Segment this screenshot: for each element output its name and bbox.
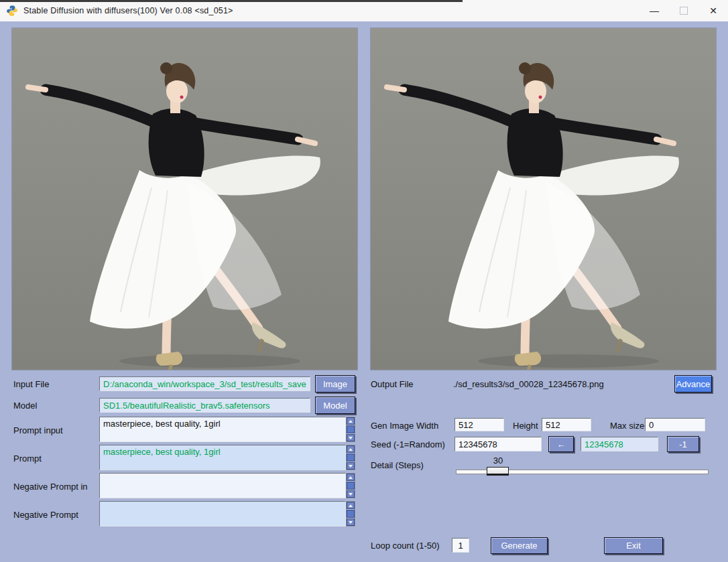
- scroll-up-icon[interactable]: [347, 417, 355, 425]
- generate-button[interactable]: Generate: [491, 537, 548, 554]
- prompt-input-textarea[interactable]: masterpiece, best quality, 1girl: [99, 417, 346, 442]
- app-window: Stable Diffusion with diffusers(100) Ver…: [0, 0, 728, 562]
- seed-label: Seed (-1=Random): [371, 439, 445, 449]
- model-button[interactable]: Model: [315, 397, 355, 414]
- seed-random-button[interactable]: -1: [667, 436, 699, 452]
- exit-button[interactable]: Exit: [604, 537, 663, 554]
- scrollbar-thumb[interactable]: [347, 453, 355, 462]
- height-label: Height: [513, 421, 538, 431]
- close-button[interactable]: ✕: [699, 0, 728, 21]
- prompt-label: Prompt: [13, 453, 42, 464]
- scroll-up-icon[interactable]: [347, 502, 355, 509]
- steps-slider-handle[interactable]: [487, 467, 509, 476]
- input-file-field[interactable]: [99, 376, 310, 391]
- negative-prompt-textarea[interactable]: [99, 501, 346, 526]
- main-area: Input File Image Model Model Prompt inpu…: [0, 21, 728, 562]
- scroll-down-icon[interactable]: [347, 518, 355, 526]
- loop-count-label: Loop count (1-50): [371, 541, 440, 551]
- seed-field[interactable]: [454, 437, 542, 451]
- input-file-label: Input File: [13, 379, 49, 389]
- gen-width-field[interactable]: [454, 418, 504, 431]
- prompt-textarea[interactable]: masterpiece, best quality, 1girl: [99, 445, 346, 470]
- advance-button[interactable]: Advance: [674, 375, 712, 393]
- scrollbar-thumb[interactable]: [347, 482, 355, 490]
- prompt-scrollbar[interactable]: [346, 445, 355, 470]
- output-file-value: ./sd_results3/sd_00028_12345678.png: [453, 379, 604, 389]
- negative-prompt-in-scrollbar[interactable]: [346, 473, 355, 498]
- steps-value: 30: [471, 455, 525, 466]
- seed-copy-button[interactable]: ←: [548, 436, 574, 452]
- negative-prompt-in-textarea[interactable]: [99, 473, 346, 498]
- minimize-button[interactable]: —: [640, 0, 669, 21]
- titlebar: Stable Diffusion with diffusers(100) Ver…: [0, 0, 728, 21]
- window-controls: — ✕: [640, 0, 728, 21]
- gen-width-label: Gen Image Width: [371, 421, 438, 431]
- steps-label: Detail (Steps): [371, 460, 424, 470]
- negative-prompt-in-label: Negative Prompt in: [13, 482, 88, 492]
- prompt-input-scrollbar[interactable]: [346, 417, 355, 442]
- seed-used-field[interactable]: [581, 437, 658, 451]
- image-button[interactable]: Image: [315, 375, 355, 393]
- negative-prompt-label: Negative Prompt: [13, 510, 78, 520]
- model-label: Model: [13, 401, 37, 411]
- model-field[interactable]: [99, 398, 310, 413]
- maximize-icon: [680, 7, 688, 15]
- scroll-down-icon[interactable]: [347, 462, 355, 470]
- loop-count-field[interactable]: [452, 538, 469, 553]
- window-title: Stable Diffusion with diffusers(100) Ver…: [23, 6, 233, 15]
- max-size-label: Max size: [610, 421, 644, 431]
- output-file-label: Output File: [371, 379, 414, 389]
- scroll-down-icon[interactable]: [347, 490, 355, 498]
- output-image-preview: [371, 28, 716, 370]
- input-image-preview: [12, 28, 357, 370]
- negative-prompt-scrollbar[interactable]: [346, 501, 355, 526]
- scrollbar-thumb[interactable]: [347, 510, 355, 518]
- prompt-input-label: Prompt input: [13, 425, 63, 435]
- window-top-border: [0, 0, 463, 2]
- scroll-up-icon[interactable]: [347, 474, 355, 481]
- python-icon: [6, 5, 18, 17]
- max-size-field[interactable]: [645, 418, 705, 431]
- height-field[interactable]: [542, 418, 591, 431]
- scroll-up-icon[interactable]: [347, 445, 355, 453]
- maximize-button[interactable]: [669, 0, 699, 21]
- scrollbar-thumb[interactable]: [347, 425, 355, 433]
- scroll-down-icon[interactable]: [347, 434, 355, 441]
